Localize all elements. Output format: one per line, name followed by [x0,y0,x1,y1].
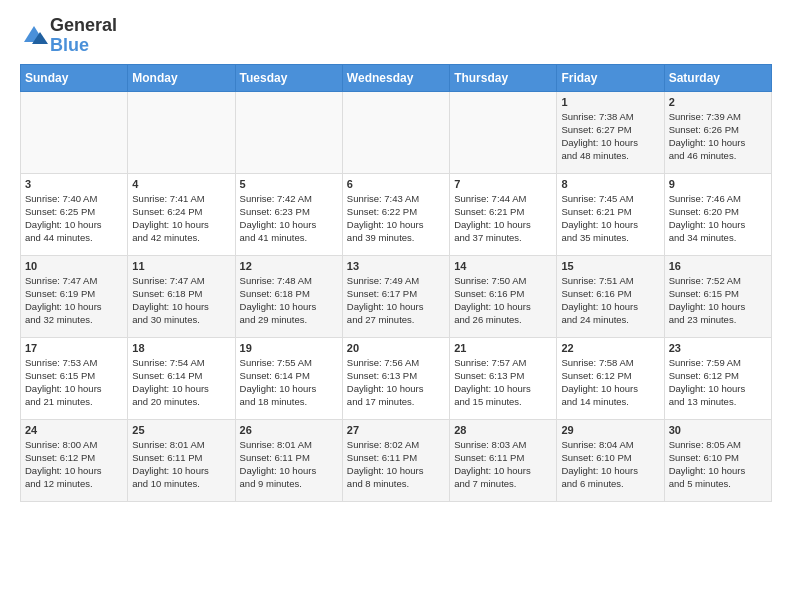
day-info: Sunrise: 8:01 AMSunset: 6:11 PMDaylight:… [240,438,338,491]
day-info: Sunrise: 7:59 AMSunset: 6:12 PMDaylight:… [669,356,767,409]
calendar-table: SundayMondayTuesdayWednesdayThursdayFrid… [20,64,772,502]
day-info: Sunrise: 7:57 AMSunset: 6:13 PMDaylight:… [454,356,552,409]
day-info: Sunrise: 7:39 AMSunset: 6:26 PMDaylight:… [669,110,767,163]
calendar-cell: 16Sunrise: 7:52 AMSunset: 6:15 PMDayligh… [664,255,771,337]
calendar-cell: 3Sunrise: 7:40 AMSunset: 6:25 PMDaylight… [21,173,128,255]
day-number: 4 [132,178,230,190]
day-info: Sunrise: 7:38 AMSunset: 6:27 PMDaylight:… [561,110,659,163]
day-info: Sunrise: 7:54 AMSunset: 6:14 PMDaylight:… [132,356,230,409]
weekday-header-wednesday: Wednesday [342,64,449,91]
calendar-cell [450,91,557,173]
day-number: 9 [669,178,767,190]
day-number: 14 [454,260,552,272]
day-number: 27 [347,424,445,436]
day-number: 23 [669,342,767,354]
day-number: 17 [25,342,123,354]
weekday-header-tuesday: Tuesday [235,64,342,91]
day-info: Sunrise: 7:45 AMSunset: 6:21 PMDaylight:… [561,192,659,245]
calendar-cell: 19Sunrise: 7:55 AMSunset: 6:14 PMDayligh… [235,337,342,419]
calendar-cell: 15Sunrise: 7:51 AMSunset: 6:16 PMDayligh… [557,255,664,337]
calendar-cell: 10Sunrise: 7:47 AMSunset: 6:19 PMDayligh… [21,255,128,337]
day-info: Sunrise: 7:56 AMSunset: 6:13 PMDaylight:… [347,356,445,409]
day-number: 28 [454,424,552,436]
day-number: 2 [669,96,767,108]
page: General Blue SundayMondayTuesdayWednesda… [0,0,792,518]
logo-text: General Blue [50,16,117,56]
day-info: Sunrise: 7:49 AMSunset: 6:17 PMDaylight:… [347,274,445,327]
calendar-cell: 30Sunrise: 8:05 AMSunset: 6:10 PMDayligh… [664,419,771,501]
calendar-cell: 24Sunrise: 8:00 AMSunset: 6:12 PMDayligh… [21,419,128,501]
calendar-cell: 1Sunrise: 7:38 AMSunset: 6:27 PMDaylight… [557,91,664,173]
calendar-cell: 25Sunrise: 8:01 AMSunset: 6:11 PMDayligh… [128,419,235,501]
day-number: 16 [669,260,767,272]
calendar-cell: 20Sunrise: 7:56 AMSunset: 6:13 PMDayligh… [342,337,449,419]
day-info: Sunrise: 8:05 AMSunset: 6:10 PMDaylight:… [669,438,767,491]
day-info: Sunrise: 7:47 AMSunset: 6:19 PMDaylight:… [25,274,123,327]
calendar-cell: 8Sunrise: 7:45 AMSunset: 6:21 PMDaylight… [557,173,664,255]
day-info: Sunrise: 7:50 AMSunset: 6:16 PMDaylight:… [454,274,552,327]
weekday-header-monday: Monday [128,64,235,91]
day-number: 5 [240,178,338,190]
calendar-week-2: 10Sunrise: 7:47 AMSunset: 6:19 PMDayligh… [21,255,772,337]
day-number: 10 [25,260,123,272]
day-info: Sunrise: 7:48 AMSunset: 6:18 PMDaylight:… [240,274,338,327]
day-info: Sunrise: 7:44 AMSunset: 6:21 PMDaylight:… [454,192,552,245]
calendar-cell: 14Sunrise: 7:50 AMSunset: 6:16 PMDayligh… [450,255,557,337]
day-info: Sunrise: 7:46 AMSunset: 6:20 PMDaylight:… [669,192,767,245]
calendar-week-1: 3Sunrise: 7:40 AMSunset: 6:25 PMDaylight… [21,173,772,255]
day-info: Sunrise: 7:52 AMSunset: 6:15 PMDaylight:… [669,274,767,327]
day-number: 19 [240,342,338,354]
day-info: Sunrise: 8:02 AMSunset: 6:11 PMDaylight:… [347,438,445,491]
day-info: Sunrise: 8:03 AMSunset: 6:11 PMDaylight:… [454,438,552,491]
calendar-week-4: 24Sunrise: 8:00 AMSunset: 6:12 PMDayligh… [21,419,772,501]
weekday-header-friday: Friday [557,64,664,91]
weekday-header-saturday: Saturday [664,64,771,91]
calendar-cell: 11Sunrise: 7:47 AMSunset: 6:18 PMDayligh… [128,255,235,337]
calendar-cell [128,91,235,173]
calendar-cell: 23Sunrise: 7:59 AMSunset: 6:12 PMDayligh… [664,337,771,419]
day-number: 15 [561,260,659,272]
calendar-cell: 26Sunrise: 8:01 AMSunset: 6:11 PMDayligh… [235,419,342,501]
day-info: Sunrise: 7:53 AMSunset: 6:15 PMDaylight:… [25,356,123,409]
day-number: 30 [669,424,767,436]
day-number: 22 [561,342,659,354]
calendar-cell: 13Sunrise: 7:49 AMSunset: 6:17 PMDayligh… [342,255,449,337]
calendar-cell: 2Sunrise: 7:39 AMSunset: 6:26 PMDaylight… [664,91,771,173]
day-number: 12 [240,260,338,272]
weekday-header-sunday: Sunday [21,64,128,91]
day-info: Sunrise: 7:43 AMSunset: 6:22 PMDaylight:… [347,192,445,245]
weekday-header-thursday: Thursday [450,64,557,91]
calendar-cell: 4Sunrise: 7:41 AMSunset: 6:24 PMDaylight… [128,173,235,255]
day-number: 20 [347,342,445,354]
day-info: Sunrise: 7:55 AMSunset: 6:14 PMDaylight:… [240,356,338,409]
day-number: 6 [347,178,445,190]
calendar-cell [342,91,449,173]
calendar-week-3: 17Sunrise: 7:53 AMSunset: 6:15 PMDayligh… [21,337,772,419]
day-info: Sunrise: 8:04 AMSunset: 6:10 PMDaylight:… [561,438,659,491]
calendar-cell: 9Sunrise: 7:46 AMSunset: 6:20 PMDaylight… [664,173,771,255]
calendar-week-0: 1Sunrise: 7:38 AMSunset: 6:27 PMDaylight… [21,91,772,173]
calendar-cell: 21Sunrise: 7:57 AMSunset: 6:13 PMDayligh… [450,337,557,419]
day-info: Sunrise: 7:51 AMSunset: 6:16 PMDaylight:… [561,274,659,327]
day-number: 7 [454,178,552,190]
calendar-cell: 29Sunrise: 8:04 AMSunset: 6:10 PMDayligh… [557,419,664,501]
calendar-cell: 22Sunrise: 7:58 AMSunset: 6:12 PMDayligh… [557,337,664,419]
day-number: 1 [561,96,659,108]
day-number: 3 [25,178,123,190]
day-info: Sunrise: 7:58 AMSunset: 6:12 PMDaylight:… [561,356,659,409]
day-info: Sunrise: 8:00 AMSunset: 6:12 PMDaylight:… [25,438,123,491]
day-info: Sunrise: 7:40 AMSunset: 6:25 PMDaylight:… [25,192,123,245]
day-number: 18 [132,342,230,354]
logo-icon [20,22,48,50]
calendar-cell: 17Sunrise: 7:53 AMSunset: 6:15 PMDayligh… [21,337,128,419]
day-number: 11 [132,260,230,272]
day-number: 25 [132,424,230,436]
calendar-cell: 7Sunrise: 7:44 AMSunset: 6:21 PMDaylight… [450,173,557,255]
calendar-cell: 6Sunrise: 7:43 AMSunset: 6:22 PMDaylight… [342,173,449,255]
calendar-cell: 28Sunrise: 8:03 AMSunset: 6:11 PMDayligh… [450,419,557,501]
day-number: 29 [561,424,659,436]
day-number: 13 [347,260,445,272]
day-info: Sunrise: 7:42 AMSunset: 6:23 PMDaylight:… [240,192,338,245]
day-info: Sunrise: 8:01 AMSunset: 6:11 PMDaylight:… [132,438,230,491]
day-info: Sunrise: 7:47 AMSunset: 6:18 PMDaylight:… [132,274,230,327]
